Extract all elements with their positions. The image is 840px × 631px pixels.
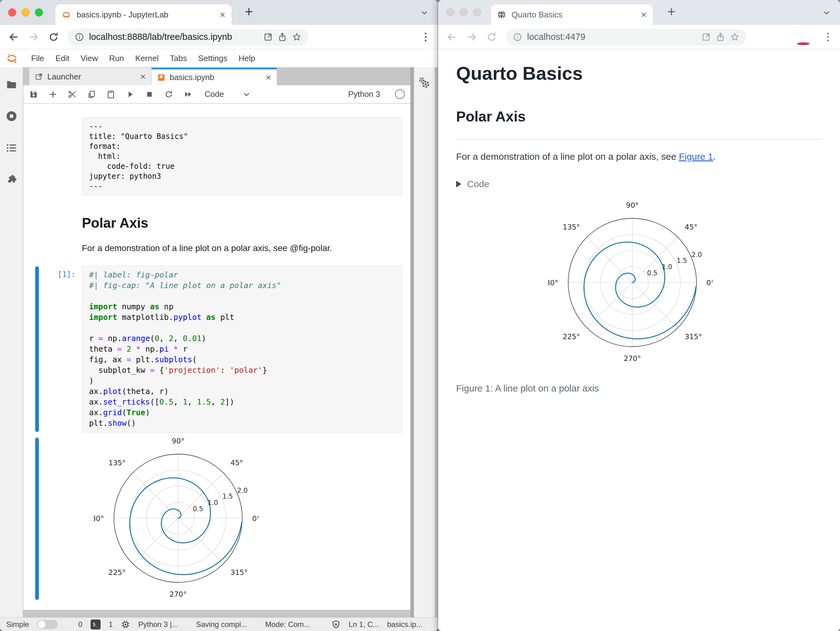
code-cell-editor[interactable]: #| label: fig-polar#| fig-cap: "A line p… [82, 266, 402, 433]
open-in-window-icon[interactable] [701, 32, 711, 42]
browser-tab[interactable]: Quarto Basics × [491, 4, 653, 25]
url-text[interactable]: localhost:4479 [527, 32, 696, 42]
paragraph-text: . [713, 151, 715, 161]
svg-text:135°: 135° [108, 459, 125, 467]
paste-cells-button[interactable] [106, 90, 115, 99]
site-info-icon[interactable] [513, 32, 522, 42]
simple-mode-toggle[interactable] [37, 620, 58, 629]
menu-run[interactable]: Run [104, 54, 130, 63]
code-line: import numpy as np [89, 302, 395, 312]
copy-cells-button[interactable] [87, 90, 96, 99]
cursor-position[interactable]: Ln 1, C... [349, 620, 379, 629]
figure-link[interactable]: Figure 1 [679, 151, 713, 161]
paragraph-text: For a demonstration of a line plot on a … [456, 151, 679, 161]
menu-help[interactable]: Help [233, 54, 261, 63]
tab-notebook-label: basics.ipynb [170, 73, 265, 82]
close-window-button[interactable] [446, 8, 454, 16]
tab-launcher[interactable]: Launcher × [29, 68, 152, 85]
running-sessions-icon[interactable] [6, 110, 17, 122]
menu-edit[interactable]: Edit [50, 54, 75, 63]
share-icon[interactable] [716, 32, 725, 42]
extensions-icon[interactable] [6, 174, 17, 186]
kernels-count[interactable]: 1 [109, 620, 113, 629]
interrupt-kernel-button[interactable] [145, 90, 154, 99]
share-icon[interactable] [278, 32, 287, 42]
bookmark-star-icon[interactable] [730, 32, 739, 42]
svg-text:90°: 90° [626, 201, 639, 209]
reload-icon[interactable] [48, 32, 59, 43]
restart-kernel-button[interactable] [164, 90, 174, 99]
file-browser-icon[interactable] [6, 79, 17, 90]
menu-settings[interactable]: Settings [193, 54, 233, 63]
url-text[interactable]: localhost:8888/lab/tree/basics.ipynb [89, 32, 258, 42]
code-line: format: [89, 141, 395, 151]
tab-search-chevron-icon[interactable] [420, 8, 429, 17]
back-icon[interactable] [446, 32, 457, 43]
kernel-name[interactable]: Python 3 [348, 89, 380, 99]
menu-tabs[interactable]: Tabs [164, 54, 193, 63]
code-line: ) [89, 376, 395, 386]
insert-cell-button[interactable] [48, 90, 58, 99]
tab-notebook[interactable]: basics.ipynb × [152, 68, 277, 85]
tab-close-icon[interactable]: × [641, 9, 647, 20]
code-line: html: [89, 151, 395, 161]
trust-shield-icon[interactable] [331, 620, 341, 629]
browser-menu-icon[interactable] [824, 32, 832, 42]
minimize-window-button[interactable] [22, 8, 30, 16]
address-bar[interactable]: localhost:4479 [506, 28, 746, 46]
reload-icon[interactable] [486, 32, 497, 43]
back-icon[interactable] [8, 32, 19, 43]
tab-close-icon[interactable]: × [219, 9, 226, 20]
address-bar[interactable]: localhost:8888/lab/tree/basics.ipynb [68, 28, 308, 46]
tab-search-chevron-icon[interactable] [822, 8, 831, 17]
code-line: #| fig-cap: "A line plot on a polar axis… [89, 280, 395, 291]
notebook-content[interactable]: ---title: "Quarto Basics"format: html: c… [23, 104, 411, 610]
svg-text:1.0: 1.0 [208, 499, 218, 506]
svg-text:0°: 0° [252, 514, 259, 523]
cut-cells-button[interactable] [68, 90, 77, 99]
browser-menu-icon[interactable] [422, 32, 429, 42]
forward-icon[interactable] [28, 32, 39, 43]
tab-close-icon[interactable]: × [265, 72, 271, 83]
menu-file[interactable]: File [25, 54, 50, 63]
browser-tab[interactable]: basics.ipynb - JupyterLab × [55, 4, 232, 25]
save-button[interactable] [29, 90, 38, 99]
run-all-button[interactable] [183, 90, 193, 99]
raw-cell-editor[interactable]: ---title: "Quarto Basics"format: html: c… [82, 117, 402, 195]
output-collapser[interactable] [35, 438, 39, 600]
kernel-status-text[interactable]: Python 3 |... [138, 620, 178, 629]
code-disclosure[interactable]: Code [456, 179, 822, 189]
terminal-icon: $_ [91, 620, 101, 629]
site-info-icon[interactable] [75, 32, 84, 42]
notebook-scrollbar[interactable] [411, 67, 414, 617]
section-heading: Polar Axis [456, 108, 822, 125]
menu-kernel[interactable]: Kernel [129, 54, 164, 63]
code-cell[interactable]: [1]: #| label: fig-polar#| fig-cap: "A l… [23, 266, 411, 433]
minimize-window-button[interactable] [459, 8, 467, 16]
raw-cell[interactable]: ---title: "Quarto Basics"format: html: c… [23, 117, 411, 195]
property-inspector-icon[interactable] [417, 76, 431, 90]
code-disclosure-label: Code [467, 179, 489, 189]
new-tab-button[interactable]: + [667, 4, 676, 19]
open-in-window-icon[interactable] [264, 32, 273, 42]
browser-tab-title: Quarto Basics [512, 10, 637, 20]
profile-avatar-badge[interactable] [797, 42, 810, 45]
kernel-status-icon[interactable] [395, 89, 405, 99]
menu-view[interactable]: View [75, 54, 104, 63]
cell-collapser[interactable] [35, 266, 39, 432]
chevron-down-icon[interactable] [242, 90, 251, 99]
forward-icon[interactable] [466, 32, 477, 43]
table-of-contents-icon[interactable] [6, 142, 17, 154]
new-tab-button[interactable]: + [245, 4, 253, 19]
svg-text:90°: 90° [172, 437, 185, 445]
run-cell-button[interactable] [125, 90, 135, 99]
tab-close-icon[interactable]: × [140, 71, 146, 82]
close-window-button[interactable] [8, 8, 16, 16]
cell-type-dropdown[interactable]: Code [205, 89, 224, 99]
polar-plot-notebook: 0°45°90°135°180°225°270°315°0.51.01.52.0 [94, 437, 259, 601]
terminals-count[interactable]: 0 [78, 620, 82, 629]
bookmark-star-icon[interactable] [292, 32, 302, 42]
saving-status: Saving compl... [196, 620, 247, 629]
zoom-window-button[interactable] [473, 8, 481, 16]
zoom-window-button[interactable] [35, 8, 43, 16]
